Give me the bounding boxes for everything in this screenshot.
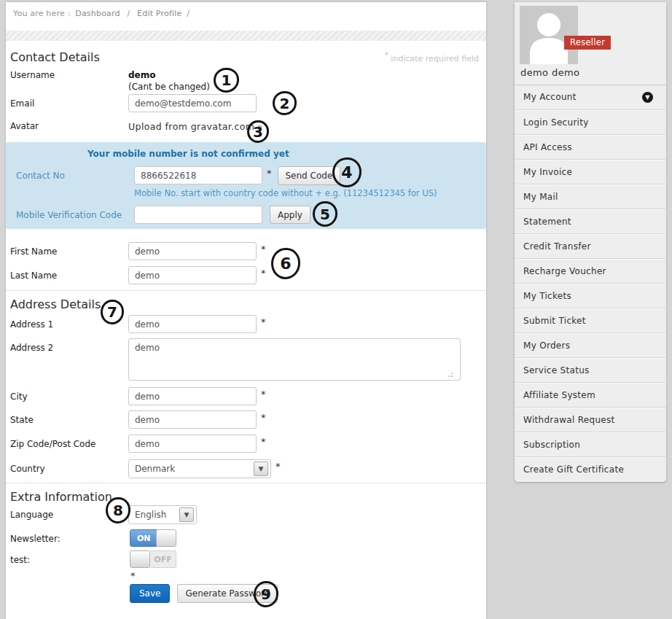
- first-name-required-mark: *: [261, 244, 266, 254]
- city-field[interactable]: [128, 387, 257, 405]
- send-code-button[interactable]: Send Code: [278, 166, 341, 185]
- breadcrumb-separator: /: [127, 9, 130, 18]
- city-label: City: [10, 387, 128, 402]
- gravatar-upload-link[interactable]: Upload from gravatar.com»: [128, 121, 263, 132]
- annotation-circle-9: 9: [254, 581, 278, 607]
- annotation-circle-2: 2: [273, 91, 297, 115]
- last-name-label: Last Name: [10, 266, 128, 281]
- zip-required-mark: *: [261, 436, 266, 447]
- sidebar-item-statement[interactable]: Statement: [515, 209, 666, 234]
- sidebar-item-submit-ticket[interactable]: Submit Ticket: [515, 308, 666, 333]
- contact-no-label: Contact No: [16, 166, 134, 181]
- verification-code-field[interactable]: [134, 206, 262, 224]
- annotation-circle-1: 1: [214, 68, 239, 93]
- sidebar-item-withdrawal-request[interactable]: Withdrawal Request: [515, 408, 666, 432]
- test-label: test:: [10, 550, 128, 565]
- email-field[interactable]: [128, 94, 257, 112]
- username-label: Username: [10, 70, 128, 80]
- mobile-number-hint: Mobile No. start with country code witho…: [134, 188, 486, 198]
- mobile-confirmation-box: Your mobile number is not confirmed yet …: [6, 142, 486, 229]
- sidebar-item-create-gift-certificate[interactable]: Create Gift Certificate: [515, 457, 666, 482]
- required-field-note: * indicate required field: [385, 50, 479, 63]
- textarea-resize-grip[interactable]: [446, 370, 453, 377]
- annotation-circle-5: 5: [313, 201, 337, 227]
- annotation-circle-4: 4: [332, 157, 362, 187]
- content-panel: You are here : Dashboard / Edit Profile …: [6, 2, 486, 619]
- reseller-badge: Reseller: [564, 36, 611, 50]
- contact-no-required-mark: *: [267, 168, 272, 179]
- toggle-handle: [156, 529, 176, 547]
- annotation-circle-8: 8: [106, 497, 130, 523]
- state-field[interactable]: [128, 410, 257, 429]
- section-divider: [6, 483, 486, 483]
- language-select[interactable]: English ▼: [128, 505, 197, 524]
- mobile-box-heading: Your mobile number is not confirmed yet: [87, 149, 486, 159]
- breadcrumb: You are here : Dashboard / Edit Profile …: [13, 9, 486, 18]
- address2-field[interactable]: demo: [128, 338, 461, 381]
- striped-divider-bar: [6, 31, 486, 41]
- country-select[interactable]: Denmark ▼: [128, 459, 271, 478]
- email-label: Email: [10, 94, 128, 109]
- apply-button[interactable]: Apply: [270, 206, 310, 224]
- address1-required-mark: *: [261, 316, 266, 327]
- newsletter-toggle[interactable]: ON: [130, 529, 176, 547]
- profile-block: Reseller demo demo: [515, 6, 666, 85]
- chevron-down-icon: ▼: [254, 462, 268, 476]
- newsletter-label: Newsletter:: [10, 529, 128, 544]
- extra-information-title: Extra Information: [10, 490, 112, 504]
- verification-code-label: Mobile Verification Code: [16, 206, 134, 220]
- arrow-down-circle-icon: ▼: [642, 92, 653, 103]
- chevron-down-icon: ▼: [179, 507, 194, 522]
- sidebar-item-my-mail[interactable]: My Mail: [515, 184, 666, 209]
- sidebar-item-service-status[interactable]: Service Status: [515, 358, 666, 383]
- save-button[interactable]: Save: [130, 584, 170, 603]
- username-note: (Cant be changed): [128, 82, 210, 92]
- username-value: demo: [128, 70, 210, 80]
- address1-field[interactable]: [128, 315, 257, 333]
- breadcrumb-label: You are here :: [13, 9, 71, 18]
- toggle-on-state: ON: [130, 529, 157, 547]
- address-details-title: Address Details: [10, 297, 101, 311]
- breadcrumb-trailing-separator: /: [187, 9, 190, 18]
- last-name-field[interactable]: [128, 266, 257, 284]
- zip-code-label: Zip Code/Post Code: [10, 435, 128, 449]
- sidebar-item-credit-transfer[interactable]: Credit Transfer: [515, 234, 666, 259]
- test-required-mark: *: [130, 570, 486, 581]
- annotation-circle-3: 3: [247, 120, 269, 143]
- sidebar-item-login-security[interactable]: Login Security: [515, 110, 666, 135]
- contact-details-title: Contact Details: [10, 50, 100, 64]
- breadcrumb-edit-profile-link[interactable]: Edit Profile: [137, 9, 181, 18]
- section-divider: [6, 290, 486, 291]
- toggle-off-state: OFF: [150, 550, 176, 568]
- sidebar-item-subscription[interactable]: Subscription: [515, 432, 666, 457]
- test-toggle[interactable]: OFF: [130, 550, 176, 568]
- last-name-required-mark: *: [261, 268, 266, 279]
- first-name-field[interactable]: [128, 242, 257, 260]
- language-selected-value: English: [135, 510, 166, 520]
- sidebar-item-my-account[interactable]: My Account▼: [515, 85, 666, 110]
- sidebar-item-my-invoice[interactable]: My Invoice: [515, 160, 666, 184]
- address2-label: Address 2: [10, 338, 128, 353]
- annotation-circle-7: 7: [101, 300, 124, 324]
- sidebar-item-my-tickets[interactable]: My Tickets: [515, 284, 666, 308]
- avatar-label: Avatar: [10, 121, 128, 131]
- country-required-mark: *: [276, 461, 281, 472]
- breadcrumb-dashboard-link[interactable]: Dashboard: [75, 9, 120, 18]
- sidebar-item-my-orders[interactable]: My Orders: [515, 333, 666, 358]
- sidebar-item-recharge-voucher[interactable]: Recharge Voucher: [515, 259, 666, 284]
- sidebar-item-affiliate-system[interactable]: Affiliate System: [515, 383, 666, 408]
- annotation-circle-6: 6: [271, 248, 300, 279]
- contact-no-field[interactable]: [134, 166, 262, 184]
- zip-code-field[interactable]: [128, 435, 257, 453]
- profile-name: demo demo: [520, 67, 579, 78]
- country-label: Country: [10, 459, 128, 474]
- state-required-mark: *: [261, 412, 266, 423]
- sidebar: Reseller demo demo My Account▼ Login Sec…: [515, 2, 666, 482]
- person-silhouette-icon: [520, 6, 578, 64]
- sidebar-menu: My Account▼ Login Security API Access My…: [515, 85, 666, 482]
- edit-profile-page: You are here : Dashboard / Edit Profile …: [0, 0, 672, 619]
- state-label: State: [10, 410, 128, 425]
- first-name-label: First Name: [10, 242, 128, 257]
- toggle-handle: [130, 550, 150, 568]
- sidebar-item-api-access[interactable]: API Access: [515, 135, 666, 160]
